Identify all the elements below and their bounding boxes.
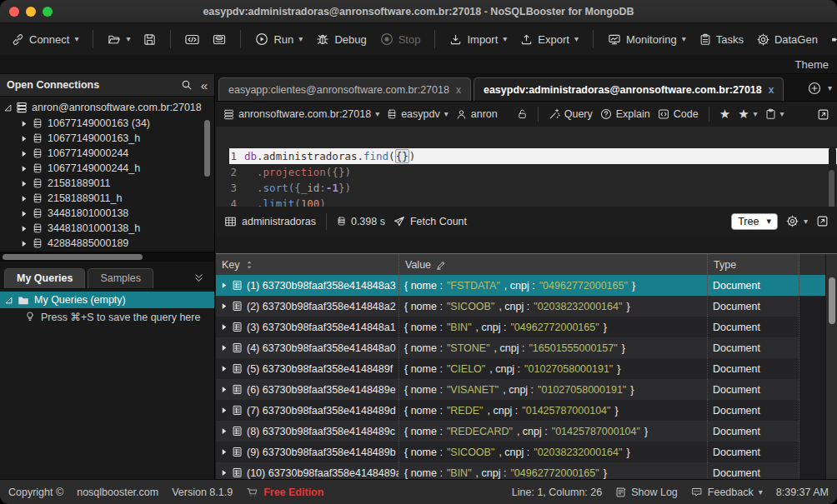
query-button[interactable]: Query: [549, 108, 593, 120]
collapsed-triangle-icon[interactable]: [21, 195, 28, 202]
expand-row-icon[interactable]: [221, 427, 228, 435]
debug-button[interactable]: Debug: [313, 30, 369, 48]
favorites-menu-button[interactable]: ★▾: [738, 107, 757, 122]
collapsed-triangle-icon[interactable]: [21, 120, 28, 127]
editor-line[interactable]: 3 .sort({_id:-1}): [216, 180, 837, 196]
sidebar-database-row[interactable]: 10677149000244: [0, 146, 214, 161]
sort-icon[interactable]: [245, 260, 253, 270]
double-chevron-down-icon[interactable]: [193, 272, 204, 283]
show-log-button[interactable]: Show Log: [615, 487, 678, 498]
tab-easypdv-administradoras[interactable]: easypdv:administradoras@anronsoftware.co…: [474, 77, 784, 101]
table-row[interactable]: (5) 63730b98faaf358e4148489f { nome : "C…: [216, 358, 837, 379]
collapse-sidebar-icon[interactable]: «: [201, 78, 208, 92]
sql-query-button[interactable]: [209, 31, 229, 48]
save-button[interactable]: [140, 31, 159, 48]
sidebar-database-row[interactable]: 42884885000189: [0, 236, 214, 251]
expand-row-icon[interactable]: [221, 469, 228, 477]
expand-row-icon[interactable]: [221, 407, 228, 414]
datagen-button[interactable]: DataGen: [754, 31, 821, 48]
search-icon[interactable]: [181, 79, 193, 91]
grid-vertical-scrollbar[interactable]: [825, 254, 837, 479]
tab-easyapp-clientes[interactable]: easyapp:clientes@anronsoftware.com.br:27…: [218, 77, 471, 101]
editor-line[interactable]: 4 .limit(100): [216, 196, 837, 207]
monitoring-button[interactable]: Monitoring▾: [604, 31, 689, 48]
view-mode-select[interactable]: Tree ▾: [731, 213, 778, 230]
expand-row-icon[interactable]: [221, 344, 228, 352]
database-selector[interactable]: easypdv▾: [387, 108, 449, 120]
table-row[interactable]: (3) 63730b98faaf358e414848a1 { nome : "B…: [216, 317, 837, 337]
sidebar-vertical-scrollbar[interactable]: [204, 120, 210, 177]
theme-selector[interactable]: Theme: [795, 58, 829, 71]
expand-row-icon[interactable]: [221, 282, 228, 289]
editor-line[interactable]: 2 .projection({}): [216, 164, 837, 180]
code-button[interactable]: Code: [658, 108, 699, 120]
sidebar-database-row[interactable]: 10677149000244_h: [0, 161, 214, 176]
feedback-button[interactable]: Feedback ▾: [691, 487, 763, 498]
expand-row-icon[interactable]: [221, 365, 228, 372]
expanded-triangle-icon[interactable]: [5, 297, 13, 304]
close-tab-icon[interactable]: x: [456, 84, 461, 96]
table-row[interactable]: (7) 63730b98faaf358e4148489d { nome : "R…: [216, 400, 837, 421]
table-row[interactable]: (4) 63730b98faaf358e414848a0 { nome : "S…: [216, 337, 837, 358]
table-row[interactable]: (10) 63730b98faaf358e4148489a { nome : "…: [216, 462, 837, 479]
sidebar-database-row[interactable]: 10677149000163 (34): [0, 116, 214, 131]
table-row[interactable]: (2) 63730b98faaf358e414848a2 { nome : "S…: [216, 296, 837, 317]
close-tab-icon[interactable]: x: [769, 84, 774, 96]
table-row[interactable]: (9) 63730b98faaf358e4148489b { nome : "S…: [216, 442, 837, 462]
collapsed-triangle-icon[interactable]: [21, 225, 28, 232]
tab-samples[interactable]: Samples: [88, 268, 153, 288]
import-button[interactable]: Import▾: [446, 31, 510, 48]
server-selector[interactable]: anronsoftware.com.br:27018▾: [223, 108, 379, 120]
code-editor[interactable]: 1db.administradoras.find({}) 2 .projecti…: [216, 127, 837, 207]
table-row[interactable]: (6) 63730b98faaf358e4148489e { nome : "V…: [216, 379, 837, 400]
unlock-indicator[interactable]: [517, 108, 528, 120]
connection-root[interactable]: anron@anronsoftware.com.br:27018 (1: [0, 99, 203, 116]
expand-row-icon[interactable]: [221, 323, 228, 331]
fetch-count-button[interactable]: Fetch Count: [393, 216, 467, 227]
user-indicator[interactable]: anron: [456, 108, 498, 120]
sidebar-database-row[interactable]: 10677149000163_h: [0, 131, 214, 146]
snippets-button[interactable]: ▾: [765, 108, 784, 120]
favorite-button[interactable]: ★: [719, 107, 730, 122]
collapsed-triangle-icon[interactable]: [21, 210, 28, 217]
scrollbar-thumb[interactable]: [3, 254, 143, 260]
export-button[interactable]: Export▾: [517, 31, 582, 48]
stop-button[interactable]: Stop: [377, 30, 424, 48]
schema-button[interactable]: Schema▾: [828, 31, 837, 48]
collapsed-triangle-icon[interactable]: [21, 240, 28, 247]
column-header-value[interactable]: Value: [399, 254, 708, 275]
tasks-button[interactable]: Tasks: [696, 31, 747, 48]
collapsed-triangle-icon[interactable]: [21, 150, 28, 157]
expand-row-icon[interactable]: [221, 386, 228, 393]
connect-button[interactable]: Connect▾: [8, 31, 82, 48]
run-button[interactable]: Run▾: [252, 30, 306, 48]
new-tab-icon[interactable]: [808, 82, 821, 95]
editor-line[interactable]: 1db.administradoras.find({}): [216, 148, 837, 164]
expand-row-icon[interactable]: [221, 448, 228, 456]
sidebar-database-row[interactable]: 21581889011: [0, 176, 214, 191]
external-link-icon[interactable]: [816, 215, 829, 227]
sidebar-database-row[interactable]: 34481801000138: [0, 206, 214, 221]
scrollbar-thumb[interactable]: [829, 170, 834, 207]
sidebar-horizontal-scrollbar[interactable]: [0, 252, 214, 261]
website-link[interactable]: nosqlbooster.com: [77, 487, 158, 498]
open-in-new-window-button[interactable]: [817, 108, 829, 121]
column-header-key[interactable]: Key: [216, 254, 399, 275]
open-file-button[interactable]: ▾: [104, 31, 133, 48]
column-header-type[interactable]: Type: [708, 254, 799, 275]
collapsed-triangle-icon[interactable]: [21, 165, 28, 172]
collapsed-triangle-icon[interactable]: [21, 135, 28, 142]
table-row[interactable]: (1) 63730b98faaf358e414848a3 { nome : "F…: [216, 275, 837, 296]
collapsed-triangle-icon[interactable]: [21, 180, 28, 187]
sidebar-database-row[interactable]: 34481801000138_h: [0, 221, 214, 236]
table-row[interactable]: (8) 63730b98faaf358e4148489c { nome : "R…: [216, 421, 837, 442]
editor-vertical-scrollbar[interactable]: [829, 147, 836, 204]
chevron-down-icon[interactable]: ▾: [828, 84, 832, 92]
explain-button[interactable]: Explain: [600, 108, 650, 120]
edit-pencil-icon[interactable]: [436, 260, 446, 270]
my-queries-root-row[interactable]: My Queries (empty): [0, 292, 214, 308]
code-view-button[interactable]: [182, 31, 203, 48]
results-settings-button[interactable]: ▾: [786, 215, 808, 227]
upgrade-link[interactable]: Free Edition: [246, 487, 323, 498]
tab-my-queries[interactable]: My Queries: [4, 268, 85, 288]
